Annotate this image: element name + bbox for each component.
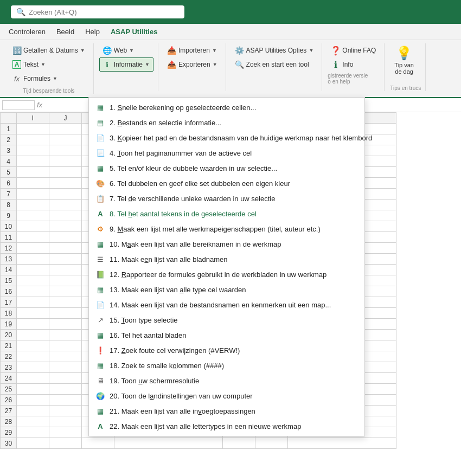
dropdown-item-5[interactable]: ▦ 5. Tel en/of kleur de dubbele waarden … (89, 160, 364, 176)
grid-cell[interactable] (17, 308, 49, 319)
btn-exporteren[interactable]: 📤 Exporteren ▼ (164, 57, 221, 72)
btn-tekst[interactable]: A Tekst ▼ (9, 57, 49, 72)
grid-cell[interactable] (49, 330, 82, 340)
grid-cell[interactable] (49, 395, 82, 406)
dropdown-item-3[interactable]: 📄 3. Kopieer het pad en de bestandsnaam … (89, 130, 364, 145)
search-input[interactable] (29, 8, 179, 16)
grid-cell[interactable] (17, 286, 49, 297)
grid-cell[interactable] (17, 178, 49, 189)
dropdown-item-6[interactable]: 🎨 6. Tel dubbelen en geef elke set dubbe… (89, 176, 364, 191)
btn-zoek[interactable]: 🔍 Zoek en start een tool (232, 57, 313, 72)
grid-cell[interactable] (49, 340, 82, 351)
grid-cell[interactable] (17, 406, 49, 416)
grid-cell[interactable] (17, 362, 49, 373)
grid-cell[interactable] (49, 210, 82, 221)
grid-cell[interactable] (17, 351, 49, 362)
grid-cell[interactable] (17, 297, 49, 308)
dropdown-item-10[interactable]: ▦ 10. Maak een lijst van alle bereikname… (89, 236, 364, 252)
grid-cell[interactable] (49, 275, 82, 286)
table-row[interactable]: 30 (1, 438, 396, 449)
grid-cell[interactable] (17, 124, 49, 134)
grid-cell[interactable] (49, 221, 82, 232)
search-wrapper[interactable]: 🔍 (11, 5, 184, 18)
dropdown-item-1[interactable]: ▦ 1. Snelle berekening op geselecteerde … (89, 100, 364, 115)
grid-cell[interactable] (17, 416, 49, 427)
dropdown-item-12[interactable]: 📗 12. Rapporteer de formules gebruikt in… (89, 267, 364, 282)
grid-cell[interactable] (49, 265, 82, 275)
grid-cell[interactable] (49, 308, 82, 319)
grid-cell[interactable] (49, 373, 82, 384)
grid-cell[interactable] (17, 189, 49, 200)
btn-informatie[interactable]: ℹ Informatie ▼ (99, 57, 153, 72)
grid-cell[interactable] (17, 384, 49, 395)
btn-info[interactable]: ℹ Info (328, 57, 357, 72)
dropdown-item-7[interactable]: 📋 7. Tel de verschillende unieke waarden… (89, 191, 364, 206)
grid-cell[interactable] (49, 200, 82, 210)
grid-cell[interactable] (17, 254, 49, 265)
grid-cell[interactable] (49, 286, 82, 297)
grid-cell[interactable] (17, 221, 49, 232)
btn-getallen[interactable]: 🔢 Getallen & Datums ▼ (9, 43, 89, 57)
grid-cell[interactable] (223, 438, 255, 449)
grid-cell[interactable] (49, 167, 82, 178)
grid-cell[interactable] (17, 145, 49, 156)
dropdown-item-19[interactable]: 🖥 19. Toon uw schermresolutie (89, 373, 364, 388)
grid-cell[interactable] (49, 384, 82, 395)
grid-cell[interactable] (17, 438, 49, 449)
grid-cell[interactable] (17, 200, 49, 210)
btn-formules[interactable]: fx Formules ▼ (9, 72, 61, 86)
btn-faq[interactable]: ❓ Online FAQ (328, 43, 380, 57)
grid-cell[interactable] (17, 156, 49, 167)
dropdown-item-15[interactable]: ↗ 15. Toon type selectie (89, 312, 364, 327)
grid-cell[interactable] (49, 145, 82, 156)
dropdown-item-20[interactable]: 🌍 20. Toon de landinstellingen van uw co… (89, 388, 364, 403)
grid-cell[interactable] (17, 330, 49, 340)
menu-beeld[interactable]: Beeld (52, 25, 79, 38)
grid-cell[interactable] (49, 438, 82, 449)
dropdown-item-17[interactable]: ❗ 17. Zoek foute cel verwijzingen (#VERW… (89, 343, 364, 358)
grid-cell[interactable] (17, 210, 49, 221)
grid-cell[interactable] (17, 275, 49, 286)
grid-cell[interactable] (82, 438, 114, 449)
menu-controleren[interactable]: Controleren (4, 25, 50, 38)
btn-tip-dag[interactable]: 💡 Tip vande dag (390, 43, 418, 77)
dropdown-item-14[interactable]: 📄 14. Maak een lijst van de bestandsname… (89, 297, 364, 312)
grid-cell[interactable] (17, 427, 49, 438)
grid-cell[interactable] (17, 243, 49, 254)
grid-cell[interactable] (17, 340, 49, 351)
grid-cell[interactable] (114, 438, 223, 449)
dropdown-item-16[interactable]: ▦ 16. Tel het aantal bladen (89, 327, 364, 343)
grid-cell[interactable] (49, 243, 82, 254)
grid-cell[interactable] (49, 178, 82, 189)
grid-cell[interactable] (49, 427, 82, 438)
grid-cell[interactable] (49, 134, 82, 145)
grid-cell[interactable] (288, 438, 396, 449)
grid-cell[interactable] (49, 254, 82, 265)
dropdown-item-4[interactable]: 📃 4. Toon het paginanummer van de actiev… (89, 145, 364, 160)
dropdown-item-11[interactable]: ☰ 11. Maak een lijst van alle bladnamen (89, 252, 364, 267)
grid-cell[interactable] (49, 351, 82, 362)
grid-cell[interactable] (49, 232, 82, 243)
btn-importeren[interactable]: 📥 Importeren ▼ (164, 43, 221, 57)
grid-cell[interactable] (49, 319, 82, 330)
grid-cell[interactable] (49, 297, 82, 308)
grid-cell[interactable] (49, 406, 82, 416)
dropdown-item-2[interactable]: ▤ 2. Bestands en selectie informatie... (89, 115, 364, 130)
grid-cell[interactable] (49, 362, 82, 373)
grid-cell[interactable] (17, 232, 49, 243)
grid-cell[interactable] (17, 167, 49, 178)
btn-web[interactable]: 🌐 Web ▼ (99, 43, 138, 57)
dropdown-item-9[interactable]: ⚙ 9. Maak een lijst met alle werkmapeige… (89, 221, 364, 236)
grid-cell[interactable] (17, 265, 49, 275)
name-box[interactable] (2, 100, 35, 110)
menu-asap[interactable]: ASAP Utilities (106, 25, 162, 38)
dropdown-item-21[interactable]: ▦ 21. Maak een lijst van alle invoegtoep… (89, 403, 364, 419)
grid-cell[interactable] (17, 373, 49, 384)
grid-cell[interactable] (255, 438, 288, 449)
grid-cell[interactable] (49, 156, 82, 167)
grid-cell[interactable] (49, 416, 82, 427)
btn-opties[interactable]: ⚙️ ASAP Utilities Opties ▼ (232, 43, 318, 57)
grid-cell[interactable] (49, 124, 82, 134)
dropdown-item-18[interactable]: ▦ 18. Zoek te smalle kolommen (####) (89, 358, 364, 373)
dropdown-item-13[interactable]: ▦ 13. Maak een lijst van alle type cel w… (89, 282, 364, 297)
